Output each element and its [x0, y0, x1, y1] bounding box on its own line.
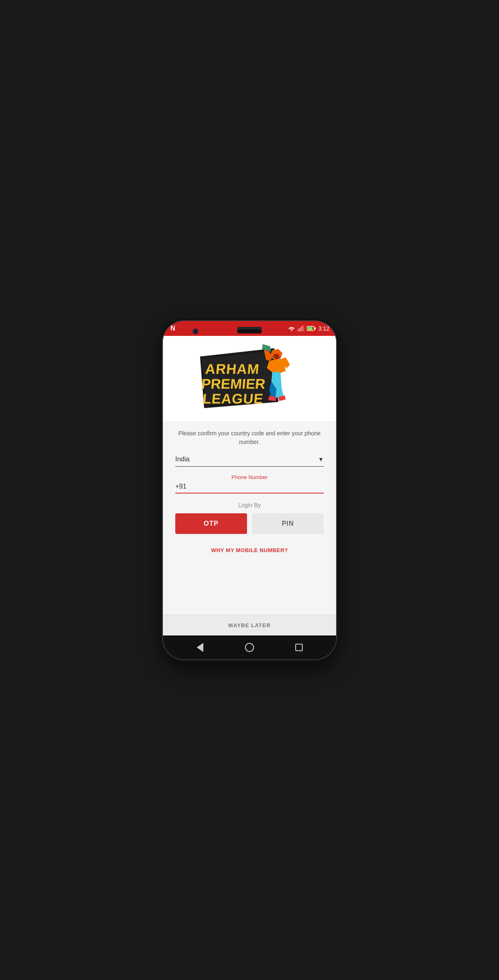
home-icon — [245, 643, 254, 652]
phone-input-row: +91 — [175, 483, 324, 494]
chevron-down-icon: ▼ — [318, 456, 324, 463]
svg-rect-2 — [299, 328, 301, 331]
status-bar: N — [163, 321, 336, 336]
apl-logo: ARHAM PREMIER LEAGUE — [196, 344, 303, 414]
back-button[interactable] — [192, 639, 208, 656]
logo-section: ARHAM PREMIER LEAGUE — [163, 336, 336, 421]
pin-button[interactable]: PIN — [252, 513, 324, 534]
n-brand-icon: N — [170, 325, 175, 332]
svg-point-0 — [291, 330, 292, 331]
phone-field-container: Phone Number +91 — [175, 474, 324, 494]
maybe-later-text[interactable]: MAYBE LATER — [228, 622, 271, 628]
login-buttons: OTP PIN — [175, 513, 324, 534]
svg-text:PREMIER: PREMIER — [201, 376, 266, 392]
signal-icon — [298, 326, 304, 331]
svg-rect-8 — [314, 327, 315, 329]
subtitle-text: Please confirm your country code and ent… — [175, 429, 324, 446]
speaker — [237, 329, 262, 333]
time-display: 3:12 — [318, 325, 330, 332]
country-code-display: +91 — [175, 483, 186, 490]
app-logo-small: N — [169, 324, 177, 333]
svg-rect-1 — [298, 329, 299, 331]
recent-button[interactable] — [291, 639, 307, 656]
svg-text:ARHAM: ARHAM — [205, 361, 260, 377]
phone-number-input[interactable] — [191, 483, 324, 490]
home-button[interactable] — [241, 639, 258, 656]
form-section: Please confirm your country code and ent… — [163, 421, 336, 614]
phone-frame: N — [163, 321, 336, 659]
country-label: India — [175, 456, 190, 463]
status-left: N — [169, 324, 177, 333]
svg-text:⚡: ⚡ — [309, 327, 313, 331]
battery-icon: ⚡ — [307, 326, 316, 331]
back-icon — [197, 643, 203, 652]
recent-icon — [295, 644, 303, 651]
front-camera — [193, 328, 198, 334]
country-selector[interactable]: India ▼ — [175, 456, 324, 467]
screen: ARHAM PREMIER LEAGUE — [163, 336, 336, 635]
wifi-icon — [288, 326, 295, 331]
why-mobile-link[interactable]: WHY MY MOBILE NUMBER? — [175, 541, 324, 559]
otp-button[interactable]: OTP — [175, 513, 247, 534]
login-by-label: Login By — [175, 502, 324, 508]
status-right: ⚡ 3:12 — [288, 325, 330, 332]
svg-text:LEAGUE: LEAGUE — [202, 391, 264, 406]
maybe-later-section[interactable]: MAYBE LATER — [163, 614, 336, 635]
nav-bar — [163, 635, 336, 659]
phone-number-label: Phone Number — [175, 474, 324, 480]
